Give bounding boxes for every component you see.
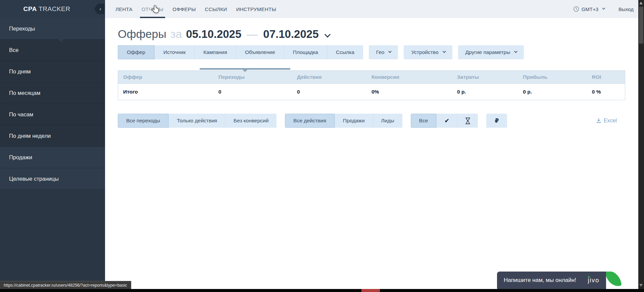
dimension-tab-0[interactable]: Оффер — [118, 45, 154, 59]
column-header-label: Переходы — [218, 74, 245, 80]
app-logo: CPA TRACKER — [23, 5, 70, 13]
dimension-tab-4[interactable]: Площадка — [284, 45, 327, 59]
date-separator: — — [247, 28, 258, 41]
table-body: Итого000%0 р.0 р.0 % — [118, 83, 625, 100]
topbar: ЛЕНТАОТЧЕТЫОФФЕРЫССЫЛКИИНСТРУМЕНТЫ GMT+3… — [105, 0, 638, 18]
table-cell-0-2: 0 — [291, 84, 365, 100]
table-cell-0-1: 0 — [212, 84, 291, 100]
sidebar-item-3[interactable]: По месяцам — [0, 82, 105, 104]
nav-item-4[interactable]: ИНСТРУМЕНТЫ — [236, 0, 276, 18]
column-header-4[interactable]: Затраты — [451, 71, 517, 83]
filter-button-hourglass[interactable] — [457, 114, 478, 128]
filter-group-currency: ₽ — [486, 114, 507, 128]
table-cell-0-6: 0 % — [586, 84, 625, 100]
date-to[interactable]: 07.10.2025 — [263, 28, 318, 41]
scroll-down-arrow-icon[interactable] — [639, 284, 643, 287]
scroll-up-arrow-icon[interactable] — [639, 2, 643, 4]
topbar-right: GMT+3 Выход — [573, 0, 634, 18]
nav-item-0[interactable]: ЛЕНТА — [115, 0, 133, 18]
table-cell-0-4: 0 р. — [451, 84, 517, 100]
excel-export-button[interactable]: Excel — [596, 118, 617, 124]
taskbar-highlight — [361, 289, 380, 292]
chat-leaf-box — [606, 272, 622, 289]
dimension-tab-1[interactable]: Источник — [154, 45, 194, 59]
active-section-indicator-icon — [58, 39, 64, 42]
filter-button-actions-2[interactable]: Лиды — [373, 114, 402, 128]
clock-icon — [573, 6, 579, 12]
scrollbar-thumb[interactable] — [639, 7, 643, 44]
date-range-chevron-icon[interactable] — [324, 32, 330, 38]
column-header-2[interactable]: Действия — [291, 71, 365, 83]
column-header-label: Действия — [297, 74, 322, 80]
filter-button-traffic-0[interactable]: Все переходы — [118, 114, 168, 128]
chat-message: Напишите нам, мы онлайн! — [504, 277, 576, 284]
link-preview-tooltip: https://cabinet.cpatracker.ru/users/4825… — [0, 281, 131, 289]
scrollbar[interactable] — [638, 0, 644, 289]
chat-widget[interactable]: Напишите нам, мы онлайн! jivo — [497, 272, 622, 289]
download-icon — [596, 118, 601, 123]
dropdown-filter-label: Устройство — [411, 49, 438, 55]
logo-bold: CPA — [23, 5, 37, 12]
sidebar-item-7[interactable]: Целевые страницы — [0, 168, 105, 190]
column-header-1[interactable]: Переходы — [212, 71, 291, 83]
column-header-5[interactable]: Прибыль — [517, 71, 586, 83]
filter-group-status: Все✔ — [411, 114, 478, 128]
chevron-down-icon — [602, 6, 605, 10]
nav-item-2[interactable]: ОФФЕРЫ — [172, 0, 196, 18]
sidebar-item-4[interactable]: По часам — [0, 104, 105, 125]
dropdown-filter-0[interactable]: Гео — [369, 45, 398, 59]
filter-group-traffic: Все переходыТолько действияБез конверсий — [118, 114, 277, 128]
column-header-6[interactable]: ROI — [586, 71, 625, 83]
filter-button-actions-1[interactable]: Продажи — [335, 114, 373, 128]
sidebar-item-label: Все — [9, 47, 18, 53]
sidebar-menu: ПереходыВсеПо днямПо месяцамПо часамПо д… — [0, 18, 105, 190]
column-header-0[interactable]: Оффер — [118, 71, 212, 83]
sort-indicator-icon — [200, 68, 290, 70]
dimension-tab-3[interactable]: Объявление — [236, 45, 284, 59]
filter-button-actions-0[interactable]: Все действия — [285, 114, 334, 128]
jivo-logo: jivo — [588, 277, 599, 284]
column-header-3[interactable]: Конверсия — [365, 71, 451, 83]
date-from[interactable]: 05.10.2025 — [186, 28, 241, 41]
excel-label: Excel — [604, 118, 617, 124]
timezone-selector[interactable]: GMT+3 — [573, 6, 604, 12]
column-header-label: Прибыль — [523, 74, 547, 80]
table-cell-0-5: 0 р. — [517, 84, 586, 100]
filter-button-traffic-2[interactable]: Без конверсий — [225, 114, 277, 128]
table-row-0: Итого000%0 р.0 р.0 % — [118, 83, 625, 100]
filter-button-currency-0[interactable]: ₽ — [486, 114, 507, 128]
dropdown-filter-group: ГеоУстройствоДругие параметры — [363, 45, 524, 59]
filters-row: Все переходыТолько действияБез конверсий… — [118, 114, 625, 128]
filter-groups: Все переходыТолько действияБез конверсий… — [118, 114, 515, 128]
table-cell-0-3: 0% — [365, 84, 451, 100]
sidebar-item-label: Продажи — [9, 154, 32, 161]
main-content: Офферы за 05.10.2025 — 07.10.2025 ОфферИ… — [105, 18, 638, 289]
logo-rest: TRACKER — [37, 5, 70, 12]
title-preposition: за — [170, 27, 182, 41]
chevron-down-icon — [388, 50, 392, 53]
dimension-tab-5[interactable]: Ссылка — [327, 45, 363, 59]
filter-button-check[interactable]: ✔ — [436, 114, 457, 128]
dropdown-filter-2[interactable]: Другие параметры — [458, 45, 524, 59]
chevron-down-icon — [442, 50, 446, 53]
dropdown-filter-label: Другие параметры — [465, 49, 510, 55]
dropdown-filter-1[interactable]: Устройство — [404, 45, 452, 59]
sidebar-item-label: По дням недели — [9, 133, 51, 139]
cpa-tracker-app: CPA TRACKER ‹ ПереходыВсеПо днямПо месяц… — [0, 0, 644, 292]
sidebar-item-0[interactable]: Переходы — [0, 18, 105, 40]
column-header-label: Оффер — [123, 74, 142, 80]
mouse-cursor-icon — [151, 5, 160, 15]
sidebar-collapse-button[interactable]: ‹ — [94, 4, 104, 14]
sidebar-item-6[interactable]: Продажи — [0, 147, 105, 168]
sidebar-item-5[interactable]: По дням недели — [0, 125, 105, 147]
nav-item-3[interactable]: ССЫЛКИ — [205, 0, 227, 18]
dimension-tabs-row: ОфферИсточникКампанияОбъявлениеПлощадкаС… — [118, 45, 625, 59]
sidebar-item-1[interactable]: Все — [0, 40, 105, 61]
logout-link[interactable]: Выход — [618, 6, 634, 12]
filter-button-traffic-1[interactable]: Только действия — [168, 114, 225, 128]
sidebar-item-2[interactable]: По дням — [0, 61, 105, 82]
sidebar-item-label: Целевые страницы — [9, 176, 59, 182]
dropdown-filter-label: Гео — [376, 49, 385, 55]
filter-button-status-0[interactable]: Все — [411, 114, 437, 128]
dimension-tab-2[interactable]: Кампания — [194, 45, 236, 59]
